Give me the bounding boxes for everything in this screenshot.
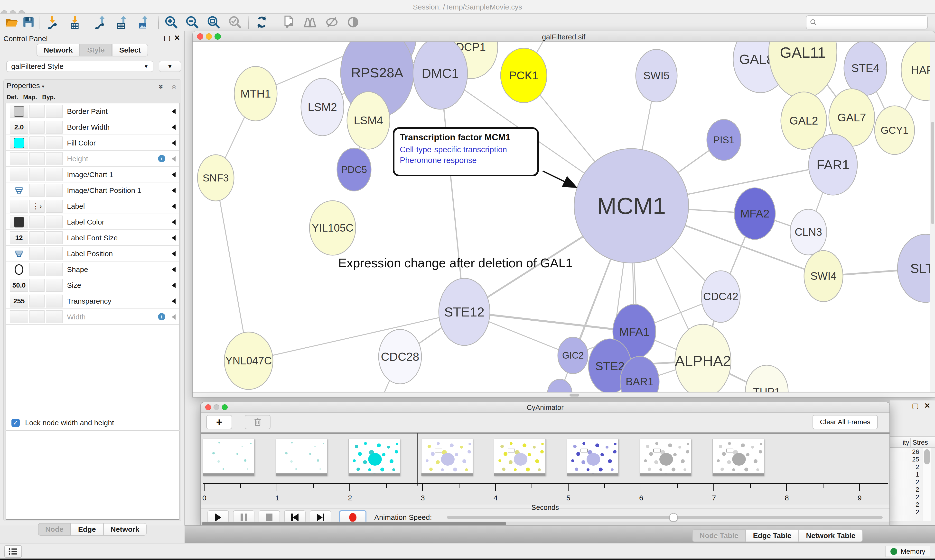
property-row-shape[interactable]: Shape [6,262,179,277]
table-cell-value[interactable]: 26 [890,448,923,455]
panel-tab-network[interactable]: Network [103,523,147,536]
node-GCY1[interactable]: GCY1 [875,106,915,154]
style-selector[interactable]: galFiltered Style ▼ [6,61,153,72]
node-DMC1[interactable]: DMC1 [413,42,468,109]
first-neighbors-button[interactable] [301,15,318,30]
mapping-cell[interactable] [29,279,45,292]
table-panel-float-icon[interactable]: ▢ [912,402,919,410]
mapping-cell[interactable] [29,105,45,118]
mapping-cell[interactable]: ⋮› [29,200,45,212]
dock-tab-node-table[interactable]: Node Table [692,529,745,542]
property-row-image-chart-position-1[interactable]: Image/Chart Position 1 [6,182,179,198]
property-row-label[interactable]: ⋮›Label [6,198,179,214]
node-MCM1[interactable]: MCM1 [574,149,688,263]
dock-tab-edge-table[interactable]: Edge Table [745,529,799,542]
node-SWI4[interactable]: SWI4 [804,251,843,302]
node-SNF3[interactable]: SNF3 [197,155,234,201]
node-SWI5[interactable]: SWI5 [636,49,677,102]
expand-row-icon[interactable] [172,235,176,241]
node-YIL105C[interactable]: YIL105C [310,201,356,255]
table-cell-value[interactable]: 2 [890,486,923,493]
timeline-playhead[interactable] [417,434,418,486]
bypass-cell[interactable] [46,121,63,134]
property-row-transparency[interactable]: 255Transparency [6,293,179,309]
default-value-cell[interactable] [10,247,28,260]
chevron-down-icon[interactable]: ▾ [42,84,44,89]
node-ALPHA2[interactable]: ALPHA2 [675,324,731,393]
import-network-button[interactable] [44,15,61,30]
mapping-cell[interactable] [29,231,45,244]
table-cell-value[interactable]: 1 [890,471,923,478]
bypass-cell[interactable] [46,215,63,228]
network-window-titlebar[interactable]: galFiltered.sif [193,31,935,42]
animation-speed-slider[interactable] [447,516,883,518]
expand-row-icon[interactable] [172,204,176,209]
table-cell-value[interactable]: 2 [890,463,923,471]
dock-tab-network-table[interactable]: Network Table [799,529,862,542]
collapse-all-icon[interactable]: » [168,85,178,89]
zoom-selected-button[interactable] [227,15,244,30]
bypass-cell[interactable] [46,184,63,197]
property-row-label-color[interactable]: Label Color [6,214,179,230]
cyanimator-titlebar[interactable]: CyAnimator [201,402,889,412]
network-vertical-scrollbar[interactable] [930,42,935,393]
control-panel-float-icon[interactable]: ▢ [164,34,170,42]
bypass-cell[interactable] [46,105,63,118]
add-frame-button[interactable]: + [206,415,232,429]
export-image-button[interactable] [136,15,153,30]
node-MFA2[interactable]: MFA2 [734,188,775,239]
bypass-cell[interactable] [46,311,63,323]
mapping-cell[interactable] [29,263,45,276]
zoom-in-button[interactable] [163,15,180,30]
mapping-cell[interactable] [29,247,45,260]
mapping-cell[interactable] [29,295,45,308]
default-value-cell[interactable] [10,200,28,212]
bypass-cell[interactable] [46,279,63,292]
property-row-size[interactable]: 50.0Size [6,277,179,293]
expand-row-icon[interactable] [172,314,176,320]
expand-row-icon[interactable] [172,172,176,177]
table-column-stress[interactable]: Stres [913,439,928,446]
mapping-cell[interactable] [29,168,45,181]
tab-select[interactable]: Select [112,44,148,57]
mapping-cell[interactable] [29,184,45,197]
table-column-ity[interactable]: ity [890,439,909,446]
memory-indicator[interactable]: Memory [886,546,930,557]
table-cell-value[interactable]: 2 [890,493,923,501]
mapping-cell[interactable] [29,137,45,149]
expand-row-icon[interactable] [172,283,176,288]
node-CDC42[interactable]: CDC42 [701,271,740,322]
timeline-frame-5[interactable] [567,439,619,476]
node-TUP1[interactable]: TUP1 [745,365,788,393]
expand-row-icon[interactable] [172,251,176,256]
info-icon[interactable]: i [158,155,165,162]
bypass-cell[interactable] [46,152,63,165]
default-value-cell[interactable]: 2.0 [10,121,28,134]
default-value-cell[interactable] [10,152,28,165]
node-STE4[interactable]: STE4 [844,42,887,95]
node-PCK1[interactable]: PCK1 [501,48,547,103]
property-row-border-width[interactable]: 2.0Border Width [6,119,179,135]
property-row-label-font-size[interactable]: 12Label Font Size [6,230,179,246]
clear-all-frames-button[interactable]: Clear All Frames [813,415,878,429]
node-LSM2[interactable]: LSM2 [301,78,344,136]
panel-tab-edge[interactable]: Edge [71,523,103,536]
table-panel-close-icon[interactable]: ✕ [924,402,930,410]
control-panel-close-icon[interactable]: ✕ [174,34,180,42]
expand-row-icon[interactable] [172,140,176,146]
bypass-cell[interactable] [46,247,63,260]
default-value-cell[interactable] [10,263,28,276]
bypass-cell[interactable] [46,137,63,149]
timeline-frame-1[interactable] [276,439,327,476]
open-folder-button[interactable] [3,15,20,30]
expand-row-icon[interactable] [172,188,176,193]
expand-row-icon[interactable] [172,298,176,304]
table-cell-value[interactable]: 2 [890,501,923,508]
expand-all-icon[interactable]: » [157,85,166,89]
show-panels-button[interactable] [5,545,22,558]
node-CDC28[interactable]: CDC28 [379,329,421,384]
node-STE12[interactable]: STE12 [439,278,490,345]
property-row-border-paint[interactable]: Border Paint [6,103,179,119]
delete-frame-button[interactable] [245,415,270,429]
node-MTH1[interactable]: MTH1 [234,66,277,121]
